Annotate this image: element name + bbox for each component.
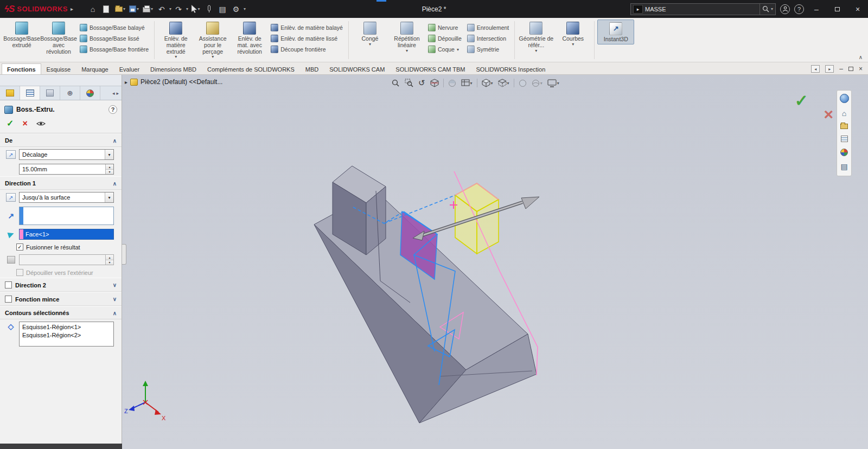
model-canvas[interactable]: X Z	[123, 75, 868, 449]
accept-button[interactable]	[7, 118, 14, 129]
dropdown-caret-icon[interactable]	[535, 49, 537, 54]
print-caret-icon[interactable]	[151, 7, 153, 11]
contour-item[interactable]: Esquisse1-Région<2>	[22, 331, 111, 339]
expand-icon[interactable]	[113, 282, 117, 288]
appearance-icon[interactable]	[446, 77, 458, 89]
depth-input[interactable]	[19, 254, 114, 265]
search-icon[interactable]	[762, 5, 769, 12]
appearances-icon[interactable]	[840, 149, 848, 156]
ribbon-button-rib[interactable]: Nervure	[428, 23, 462, 32]
configuration-manager-tab[interactable]	[40, 86, 60, 100]
zoom-fit-icon[interactable]	[390, 77, 401, 89]
selected-contours-list[interactable]: Esquisse1-Région<1> Esquisse1-Région<2>	[19, 322, 114, 347]
view-orientation-icon[interactable]	[480, 77, 495, 89]
dimxpert-manager-tab[interactable]	[60, 86, 80, 100]
ribbon-button-mirror[interactable]: Symétrie	[467, 45, 509, 54]
ribbon-button-extruded-boss[interactable]: Bossage/Base extrudé	[3, 20, 40, 50]
ribbon-button-curves[interactable]: Courbes	[554, 20, 591, 48]
direction-reference-field[interactable]	[19, 207, 114, 225]
select-caret-icon[interactable]	[198, 7, 200, 11]
ribbon-button-shell[interactable]: Coque	[428, 45, 462, 54]
ribbon-button-boundary-cut[interactable]: Découpe frontière	[271, 45, 343, 54]
dropdown-caret-icon[interactable]	[406, 49, 408, 54]
feature-manager-tab[interactable]	[0, 86, 20, 100]
tab-evaluer[interactable]: Evaluer	[114, 63, 145, 74]
tab-fonctions[interactable]: Fonctions	[2, 63, 41, 74]
contour-item[interactable]: Esquisse1-Région<1>	[22, 323, 111, 331]
face-selection-field[interactable]: Face<1>	[19, 229, 114, 240]
spinner[interactable]	[105, 164, 113, 174]
dropdown-caret-icon[interactable]	[540, 81, 542, 86]
dropdown-caret-icon[interactable]	[212, 55, 214, 60]
section-selected-contours-header[interactable]: Contours sélectionnés	[0, 306, 122, 319]
panel-splitter-handle[interactable]	[122, 244, 126, 265]
new-document-icon[interactable]	[100, 2, 113, 16]
direction2-checkbox[interactable]	[5, 281, 12, 288]
spin-up-icon[interactable]	[106, 255, 113, 260]
offset-distance-input[interactable]: 15.00mm	[19, 164, 114, 175]
save-caret-icon[interactable]	[137, 7, 139, 11]
redo-caret-icon[interactable]	[186, 7, 188, 11]
dropdown-caret-icon[interactable]	[557, 81, 559, 86]
confirm-cancel-button[interactable]	[824, 105, 833, 124]
ribbon-button-fillet[interactable]: Congé	[352, 20, 388, 48]
ribbon-button-linear-pattern[interactable]: Répétition linéaire	[388, 20, 425, 54]
spin-down-icon[interactable]	[106, 170, 113, 175]
settings-caret-icon[interactable]	[244, 7, 246, 11]
restore-button[interactable]	[829, 2, 845, 16]
select-arrow-icon[interactable]	[105, 150, 113, 159]
ribbon-button-extruded-cut[interactable]: Enlèv. de matière extrudé	[157, 20, 194, 61]
doc-close-icon[interactable]	[859, 65, 863, 73]
dropdown-caret-icon[interactable]	[470, 81, 473, 86]
ribbon-button-boundary-boss[interactable]: Bossage/Base frontière	[80, 45, 149, 54]
edit-appearance-icon[interactable]	[517, 77, 528, 89]
redo-icon[interactable]	[172, 2, 185, 16]
pane-next-icon[interactable]	[825, 65, 834, 73]
graphics-viewport[interactable]: X Z Pièce2 (Default) <<Default...	[123, 75, 868, 449]
end-condition-select[interactable]: Jusqu'à la surface	[19, 192, 114, 203]
ribbon-collapse-icon[interactable]	[859, 54, 863, 60]
ribbon-button-instant3d[interactable]: Instant3D	[597, 20, 634, 44]
app-logo[interactable]: ϟS SOLIDWORKS	[0, 4, 79, 15]
ribbon-button-wrap[interactable]: Enroulement	[467, 23, 509, 32]
save-icon[interactable]	[127, 2, 141, 16]
ribbon-button-swept-cut[interactable]: Enlèv. de matière balayé	[271, 23, 343, 32]
section-from-header[interactable]: De	[0, 133, 122, 147]
pane-previous-icon[interactable]	[811, 65, 820, 73]
open-caret-icon[interactable]	[123, 7, 125, 11]
select-cursor-icon[interactable]	[189, 2, 202, 16]
select-arrow-icon[interactable]	[105, 193, 113, 202]
from-type-select[interactable]: Décalage	[19, 149, 114, 160]
doc-restore-icon[interactable]	[848, 67, 853, 71]
tab-solidworks-cam[interactable]: SOLIDWORKS CAM	[324, 63, 390, 74]
ribbon-button-lofted-boss[interactable]: Bossage/Base lissé	[80, 34, 149, 43]
dropdown-caret-icon[interactable]	[175, 55, 177, 60]
confirm-ok-button[interactable]	[795, 91, 808, 110]
section-direction2-header[interactable]: Direction 2	[0, 278, 122, 292]
dropdown-caret-icon[interactable]	[457, 47, 459, 52]
ribbon-button-revolved-cut[interactable]: Enlèv. de mat. avec révolution	[231, 20, 268, 56]
ribbon-button-hole-wizard[interactable]: Assistance pour le perçage	[194, 20, 231, 61]
spin-up-icon[interactable]	[106, 164, 113, 170]
breadcrumb-arrow-icon[interactable]	[125, 79, 127, 85]
expand-icon[interactable]	[113, 296, 117, 302]
ribbon-button-revolved-boss[interactable]: Bossage/Base avec révolution	[40, 20, 77, 56]
apply-scene-icon[interactable]	[530, 77, 544, 89]
doc-minimize-icon[interactable]	[839, 65, 843, 73]
breadcrumb[interactable]: Pièce2 (Default) <<Default...	[125, 78, 222, 86]
logo-flyout-arrow-icon[interactable]	[71, 6, 73, 12]
hide-show-items-icon[interactable]	[459, 77, 474, 89]
settings-gear-icon[interactable]	[229, 2, 242, 16]
section-thin-feature-header[interactable]: Fonction mince	[0, 292, 122, 306]
options-grid-icon[interactable]	[216, 2, 229, 16]
display-style-icon[interactable]	[496, 77, 511, 89]
thin-feature-checkbox[interactable]	[5, 296, 12, 303]
dropdown-caret-icon[interactable]	[491, 81, 493, 86]
undo-caret-icon[interactable]	[169, 7, 171, 11]
ribbon-button-swept-boss[interactable]: Bossage/Base balayé	[80, 23, 149, 32]
collapse-icon[interactable]	[113, 310, 117, 316]
section-view-icon[interactable]	[429, 77, 441, 89]
help-icon[interactable]	[794, 4, 804, 14]
collapse-icon[interactable]	[113, 181, 117, 187]
section-direction1-header[interactable]: Direction 1	[0, 176, 122, 190]
